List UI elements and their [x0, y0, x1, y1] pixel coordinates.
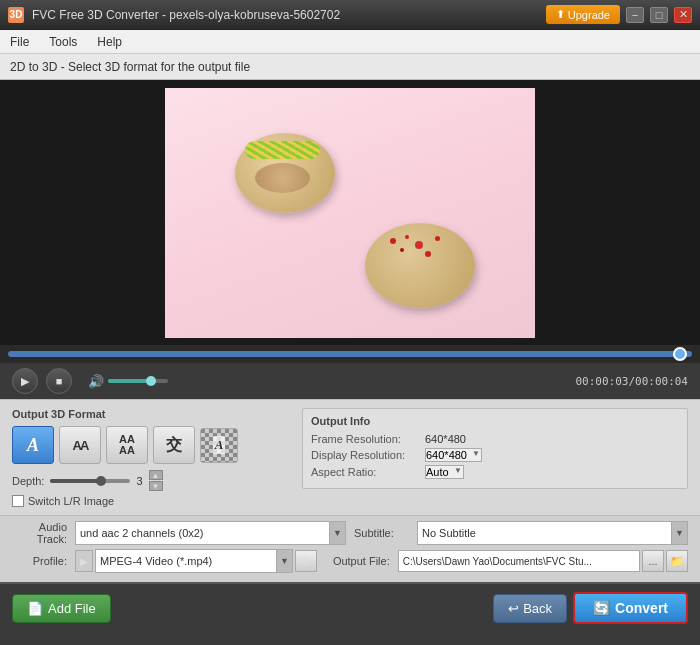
format-side-by-side-button[interactable]: AA — [59, 426, 101, 464]
frame-resolution-row: Frame Resolution: 640*480 — [311, 433, 679, 445]
stop-icon: ■ — [56, 375, 63, 387]
video-area — [0, 80, 700, 345]
app-icon: 3D — [8, 7, 24, 23]
subtitle-dropdown-icon[interactable]: ▼ — [671, 522, 687, 544]
play-button[interactable]: ▶ — [12, 368, 38, 394]
audio-track-value[interactable]: und aac 2 channels (0x2) — [76, 522, 329, 544]
output-info: Output Info Frame Resolution: 640*480 Di… — [302, 408, 688, 489]
play-icon: ▶ — [21, 375, 29, 388]
action-bar: 📄 Add File ↩ Back 🔄 Convert — [0, 582, 700, 632]
depth-label: Depth: — [12, 475, 44, 487]
aspect-ratio-select-wrap[interactable]: Auto — [425, 465, 464, 479]
profile-row: Profile: ▶ MPEG-4 Video (*.mp4) ▼ ⚙ Outp… — [12, 549, 688, 573]
back-icon: ↩ — [508, 601, 519, 616]
depth-row: Depth: 3 ▲ ▼ — [12, 470, 292, 491]
upgrade-button[interactable]: ⬆ Upgrade — [546, 5, 620, 24]
title-bar-left: 3D FVC Free 3D Converter - pexels-olya-k… — [8, 7, 340, 23]
settings-left: Output 3D Format A AA AA AA 交 A Dept — [12, 408, 292, 507]
progress-thumb[interactable] — [673, 347, 687, 361]
video-frame — [165, 88, 535, 338]
settings-panel: Output 3D Format A AA AA AA 交 A Dept — [0, 399, 700, 515]
frame-resolution-value: 640*480 — [425, 433, 466, 445]
format-interlace-button[interactable]: 交 — [153, 426, 195, 464]
frame-resolution-key: Frame Resolution: — [311, 433, 421, 445]
time-display: 00:00:03/00:00:04 — [575, 375, 688, 388]
depth-value: 3 — [136, 475, 142, 487]
profile-value[interactable]: MPEG-4 Video (*.mp4) — [96, 550, 276, 572]
add-file-button[interactable]: 📄 Add File — [12, 594, 111, 623]
settings-right: Output Info Frame Resolution: 640*480 Di… — [302, 408, 688, 489]
add-file-icon: 📄 — [27, 601, 43, 616]
aspect-ratio-row: Aspect Ratio: Auto — [311, 465, 679, 479]
subtitle-label: Subtitle: — [354, 527, 409, 539]
audio-track-dropdown-icon[interactable]: ▼ — [329, 522, 345, 544]
upgrade-icon: ⬆ — [556, 8, 565, 21]
volume-area: 🔊 — [88, 374, 168, 389]
audio-track-label: Audio Track: — [12, 521, 67, 545]
profile-label: Profile: — [12, 555, 67, 567]
switch-lr-checkbox[interactable] — [12, 495, 24, 507]
menu-tools[interactable]: Tools — [45, 33, 81, 51]
format-anaglyph-button[interactable]: A — [12, 426, 54, 464]
convert-icon: 🔄 — [593, 600, 610, 616]
close-button[interactable]: ✕ — [674, 7, 692, 23]
depth-down-button[interactable]: ▼ — [149, 481, 163, 491]
format-buttons: A AA AA AA 交 A — [12, 426, 292, 464]
menu-help[interactable]: Help — [93, 33, 126, 51]
maximize-button[interactable]: □ — [650, 7, 668, 23]
format-top-bottom-button[interactable]: AA AA — [106, 426, 148, 464]
minimize-button[interactable]: − — [626, 7, 644, 23]
aspect-ratio-select[interactable]: Auto — [425, 465, 464, 479]
open-folder-button[interactable]: 📁 — [666, 550, 688, 572]
profile-dropdown-icon[interactable]: ▼ — [276, 550, 292, 572]
output-file-path: C:\Users\Dawn Yao\Documents\FVC Stu... — [398, 550, 640, 572]
info-bar: 2D to 3D - Select 3D format for the outp… — [0, 54, 700, 80]
convert-button[interactable]: 🔄 Convert — [573, 592, 688, 624]
display-resolution-row: Display Resolution: 640*480 — [311, 448, 679, 462]
depth-arrows: ▲ ▼ — [149, 470, 163, 491]
video-content — [165, 88, 535, 338]
controls-area: ▶ ■ 🔊 00:00:03/00:00:04 — [0, 363, 700, 399]
progress-track[interactable] — [8, 351, 692, 357]
depth-slider[interactable] — [50, 479, 130, 483]
volume-thumb[interactable] — [146, 376, 156, 386]
volume-icon: 🔊 — [88, 374, 104, 389]
progress-area[interactable] — [0, 345, 700, 363]
bottom-panel: Audio Track: und aac 2 channels (0x2) ▼ … — [0, 515, 700, 582]
aspect-ratio-key: Aspect Ratio: — [311, 466, 421, 478]
stop-button[interactable]: ■ — [46, 368, 72, 394]
info-text: 2D to 3D - Select 3D format for the outp… — [10, 60, 250, 74]
browse-button[interactable]: ... — [642, 550, 664, 572]
volume-track[interactable] — [108, 379, 168, 383]
format-checkerboard-button[interactable]: A — [200, 428, 238, 463]
title-bar: 3D FVC Free 3D Converter - pexels-olya-k… — [0, 0, 700, 30]
audio-track-combo[interactable]: und aac 2 channels (0x2) ▼ — [75, 521, 346, 545]
settings-gear-button[interactable]: ⚙ — [295, 550, 317, 572]
subtitle-combo[interactable]: No Subtitle ▼ — [417, 521, 688, 545]
switch-lr-row: Switch L/R Image — [12, 495, 292, 507]
title-bar-right: ⬆ Upgrade − □ ✕ — [546, 5, 692, 24]
output-info-label: Output Info — [311, 415, 679, 427]
audio-track-row: Audio Track: und aac 2 channels (0x2) ▼ … — [12, 521, 688, 545]
back-button[interactable]: ↩ Back — [493, 594, 567, 623]
right-buttons: ↩ Back 🔄 Convert — [493, 592, 688, 624]
window-title: FVC Free 3D Converter - pexels-olya-kobr… — [32, 8, 340, 22]
menu-file[interactable]: File — [6, 33, 33, 51]
output-file-label: Output File: — [333, 555, 390, 567]
display-resolution-select[interactable]: 640*480 — [425, 448, 482, 462]
display-resolution-key: Display Resolution: — [311, 449, 421, 461]
switch-lr-label: Switch L/R Image — [28, 495, 114, 507]
volume-fill — [108, 379, 148, 383]
display-resolution-select-wrap[interactable]: 640*480 — [425, 448, 482, 462]
depth-up-button[interactable]: ▲ — [149, 470, 163, 480]
output-format-label: Output 3D Format — [12, 408, 292, 420]
profile-icon: ▶ — [75, 550, 93, 572]
subtitle-value[interactable]: No Subtitle — [418, 522, 671, 544]
menu-bar: File Tools Help — [0, 30, 700, 54]
settings-row: Output 3D Format A AA AA AA 交 A Dept — [12, 408, 688, 507]
profile-combo[interactable]: MPEG-4 Video (*.mp4) ▼ — [95, 549, 293, 573]
